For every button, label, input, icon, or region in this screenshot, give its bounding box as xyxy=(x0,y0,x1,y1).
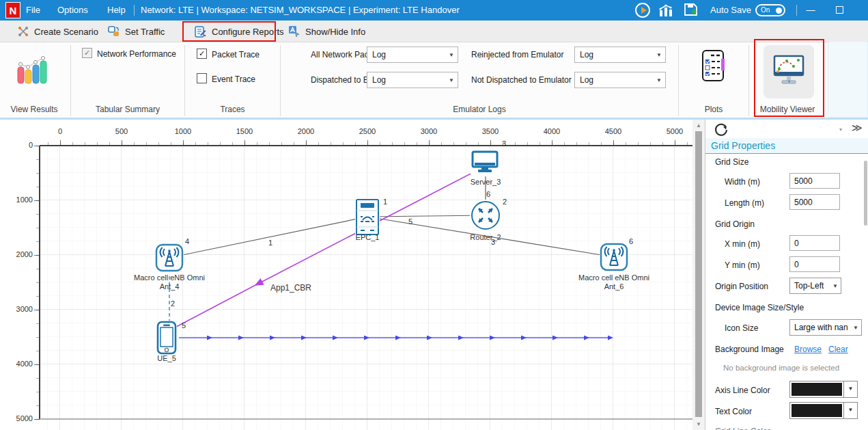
chevron-down-icon: ▼ xyxy=(445,77,458,83)
network-performance-label: Network Performance xyxy=(97,49,176,59)
ue-label: UE_5 xyxy=(132,354,201,363)
collapse-panel-icon[interactable]: ≫ xyxy=(852,122,863,134)
enb4-label: Macro cell eNB Omni Ant_4 xyxy=(122,273,217,291)
text-color-select[interactable]: ▼ xyxy=(789,402,858,419)
length-input[interactable] xyxy=(789,194,840,210)
create-scenario-label: Create Scenario xyxy=(34,27,98,37)
axis-line-color-select[interactable]: ▼ xyxy=(789,381,858,398)
save-icon[interactable] xyxy=(683,3,699,18)
x-tick-label: 2500 xyxy=(354,127,381,135)
results-chart-icon[interactable] xyxy=(658,3,675,17)
antenna-icon xyxy=(600,243,628,271)
grid-properties-panel: ▾ ≫ Grid Properties Grid Size Width (m) … xyxy=(705,120,868,430)
background-image-label: Background Image xyxy=(715,345,784,354)
auto-save-toggle[interactable]: On xyxy=(755,4,785,16)
view-results-icon[interactable] xyxy=(15,53,49,86)
event-trace-label: Event Trace xyxy=(212,75,255,84)
titlebar-separator xyxy=(134,5,135,16)
menu-file[interactable]: File xyxy=(26,0,40,21)
show-hide-info-icon xyxy=(288,25,300,38)
configure-reports-button[interactable]: Configure Reports xyxy=(194,21,284,42)
chevron-down-icon: ▼ xyxy=(843,381,857,397)
xmin-input[interactable] xyxy=(789,235,840,251)
node-enb6[interactable] xyxy=(600,243,628,274)
xmin-label: X min (m) xyxy=(725,239,760,249)
netsim-logo: N xyxy=(5,2,20,18)
minimize-button[interactable]: — xyxy=(800,0,821,21)
chevron-down-icon: ▼ xyxy=(653,77,665,83)
run-simulation-icon[interactable] xyxy=(635,3,650,18)
origin-position-label: Origin Position xyxy=(715,282,768,291)
create-scenario-button[interactable]: Create Scenario xyxy=(17,21,98,42)
grid-line-color-label: Grid Line Color xyxy=(715,427,770,430)
menu-help[interactable]: Help xyxy=(107,0,126,21)
scroll-up-icon[interactable]: ▲ xyxy=(692,120,705,131)
clear-link[interactable]: Clear xyxy=(828,345,848,354)
ymin-input[interactable] xyxy=(789,256,840,272)
length-label: Length (m) xyxy=(725,198,764,208)
configure-reports-label: Configure Reports xyxy=(212,27,284,37)
traces-section-label: Traces xyxy=(185,105,280,114)
enb6-label-line1: Macro cell eNB Omni xyxy=(566,273,662,282)
packet-trace-checkbox[interactable]: ✓ xyxy=(197,49,207,59)
x-tick-label: 1500 xyxy=(231,127,258,135)
chevron-down-icon: ▼ xyxy=(850,325,861,331)
server-label: Server_3 xyxy=(451,178,520,187)
quick-toolbar: Create Scenario Set Traffic Configure Re… xyxy=(0,21,868,42)
mobility-viewer-button[interactable] xyxy=(764,45,814,98)
dispatched-to-emulator-select[interactable]: Log ▼ xyxy=(367,72,458,88)
link-label-enb4-ue: 2 xyxy=(171,299,175,308)
menu-options[interactable]: Options xyxy=(57,0,88,21)
enb4-label-line1: Macro cell eNB Omni xyxy=(122,273,217,282)
origin-position-select[interactable]: Top-Left ▼ xyxy=(789,278,841,294)
link-label-router-branch: 3 xyxy=(491,238,495,246)
x-tick-label: 500 xyxy=(108,127,135,135)
toggle-knob xyxy=(776,8,782,14)
node-router[interactable] xyxy=(470,200,501,234)
width-input[interactable] xyxy=(789,173,840,189)
icon-size-value: Large with nan xyxy=(790,323,850,332)
chevron-down-icon: ▼ xyxy=(830,283,841,289)
create-scenario-icon xyxy=(17,25,29,38)
auto-save-state: On xyxy=(761,6,770,14)
show-hide-info-button[interactable]: Show/Hide Info xyxy=(288,21,365,42)
link-label-enb4-epc: 1 xyxy=(268,239,272,247)
x-tick-label: 0 xyxy=(46,127,74,135)
node-enb4[interactable] xyxy=(155,243,184,275)
all-network-packets-select[interactable]: Log ▼ xyxy=(367,46,458,63)
network-performance-checkbox[interactable]: ✓ xyxy=(82,48,92,58)
link-label-epc-enb6: 5 xyxy=(408,217,412,226)
not-dispatched-to-emulator-select[interactable]: Log ▼ xyxy=(574,72,666,88)
ue-id: 5 xyxy=(182,321,186,330)
canvas-scrollbar[interactable]: ▲ ▼ xyxy=(692,120,705,430)
set-traffic-label: Set Traffic xyxy=(125,27,165,37)
refresh-icon[interactable] xyxy=(714,122,729,137)
x-tick-label: 4000 xyxy=(538,127,565,135)
x-tick-label: 4500 xyxy=(600,127,627,135)
scrollbar-thumb[interactable] xyxy=(695,131,702,417)
y-tick-label: 1000 xyxy=(5,196,33,204)
maximize-button[interactable] xyxy=(836,6,843,14)
router-id: 2 xyxy=(503,198,507,206)
chevron-down-icon: ▼ xyxy=(653,52,665,58)
set-traffic-icon xyxy=(108,25,120,38)
axis-line-color-label: Axis Line Color xyxy=(715,386,770,395)
scroll-down-icon[interactable]: ▼ xyxy=(692,419,705,429)
x-tick-label: 5000 xyxy=(661,127,688,135)
x-tick-label: 2000 xyxy=(292,127,320,135)
x-tick-label: 3000 xyxy=(415,127,443,135)
node-ue[interactable] xyxy=(156,321,177,358)
enb6-id: 6 xyxy=(629,237,633,245)
icon-size-select[interactable]: Large with nan ▼ xyxy=(789,319,862,336)
panel-scrollbar-thumb[interactable] xyxy=(864,161,867,226)
pin-icon[interactable]: ▾ xyxy=(839,126,842,133)
x-tick-label: 1000 xyxy=(169,127,197,135)
node-server[interactable] xyxy=(471,150,499,176)
plots-icon[interactable] xyxy=(701,49,728,82)
link-label-server-router: 6 xyxy=(486,190,490,198)
reinjected-from-emulator-select[interactable]: Log ▼ xyxy=(574,46,666,63)
browse-link[interactable]: Browse xyxy=(794,345,822,354)
event-trace-checkbox[interactable] xyxy=(197,73,207,83)
configure-reports-icon xyxy=(194,25,207,38)
set-traffic-button[interactable]: Set Traffic xyxy=(108,21,165,42)
